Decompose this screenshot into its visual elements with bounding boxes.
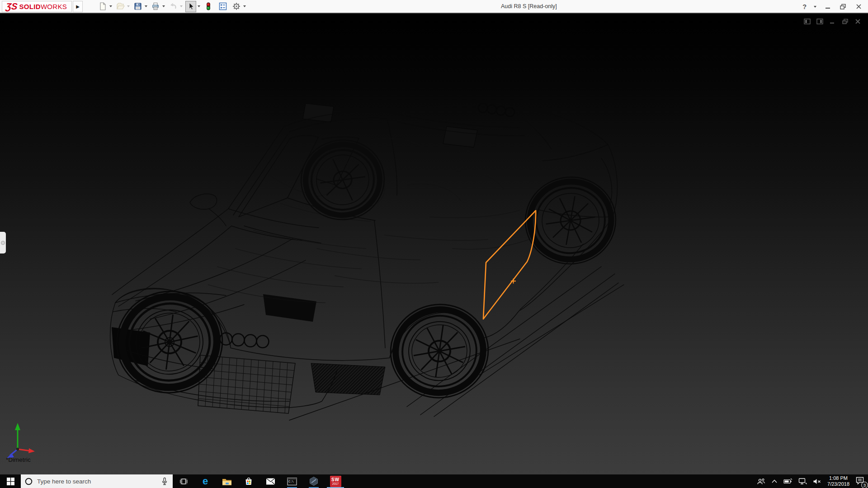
taskbar-clock[interactable]: 1:08 PM 7/23/2018 xyxy=(827,475,849,487)
microsoft-store-button[interactable] xyxy=(238,474,259,488)
expand-arrow-icon: ▶ xyxy=(76,4,80,9)
volume-muted-icon[interactable] xyxy=(813,478,821,485)
microphone-icon[interactable] xyxy=(160,477,169,485)
audi-rings-front-icon xyxy=(220,333,269,348)
wheel-front-right xyxy=(296,135,390,225)
wireframe-car-model[interactable] xyxy=(0,14,868,474)
edge-icon: e xyxy=(203,476,208,486)
doc-minimize-icon xyxy=(830,19,835,24)
sw-icon-text: SW xyxy=(331,477,340,482)
start-button[interactable] xyxy=(0,474,21,488)
restore-button[interactable] xyxy=(839,2,847,11)
mail-button[interactable] xyxy=(259,474,281,488)
select-button[interactable] xyxy=(185,1,196,12)
notification-badge: 3 xyxy=(861,482,868,488)
taskbar-search[interactable] xyxy=(21,474,173,488)
brand-solid: SOLID xyxy=(19,3,41,10)
close-button[interactable] xyxy=(854,2,863,11)
select-dropdown[interactable] xyxy=(198,5,200,7)
open-file-icon xyxy=(116,2,125,11)
windows-logo-icon xyxy=(7,478,14,485)
help-dropdown[interactable] xyxy=(814,6,816,8)
pane-left-button[interactable] xyxy=(803,18,811,25)
cmd-prompt-text: C:\ xyxy=(288,480,294,483)
microsoft-store-icon xyxy=(244,477,253,486)
minimize-icon xyxy=(825,4,831,9)
window-controls: ? xyxy=(802,0,863,13)
help-button[interactable]: ? xyxy=(802,3,807,10)
doc-minimize-button[interactable] xyxy=(829,18,836,25)
undo-icon xyxy=(169,2,178,11)
hexagon-app-icon xyxy=(309,476,319,486)
task-view-icon xyxy=(179,477,188,485)
open-file-button[interactable] xyxy=(115,1,126,12)
print-icon xyxy=(151,2,160,11)
edge-button[interactable]: e xyxy=(194,474,216,488)
car-dark-fills xyxy=(112,103,477,395)
battery-icon[interactable] xyxy=(783,478,793,484)
close-icon xyxy=(856,4,862,9)
file-explorer-icon xyxy=(222,477,232,486)
solidworks-logo-text: SOLIDWORKS xyxy=(19,3,67,10)
restore-icon xyxy=(840,4,846,9)
wheel-rear-right xyxy=(520,171,622,270)
pane-right-icon xyxy=(816,18,824,25)
rebuild-stoplight-icon xyxy=(204,2,213,11)
x-axis-icon xyxy=(28,448,35,453)
brand-works: WORKS xyxy=(41,3,67,10)
task-pane-icon xyxy=(218,2,227,11)
rebuild-button[interactable] xyxy=(203,1,214,12)
menu-expand-arrow-button[interactable]: ▶ xyxy=(73,1,83,12)
undo-button[interactable] xyxy=(168,1,179,12)
solidworks-taskbar-button[interactable]: SW 2017 xyxy=(325,474,346,488)
solidworks-logo[interactable]: ƷS SOLIDWORKS xyxy=(2,1,72,12)
pane-left-icon xyxy=(804,18,811,25)
solidworks-app-icon: SW 2017 xyxy=(330,476,341,487)
action-center-button[interactable]: 3 xyxy=(855,476,864,487)
cortana-icon xyxy=(25,478,33,485)
doc-close-button[interactable] xyxy=(854,18,862,25)
doc-restore-icon xyxy=(842,19,849,24)
new-document-icon xyxy=(98,2,107,11)
standard-toolbar xyxy=(97,0,249,13)
solidworks-logo-mark-icon: ƷS xyxy=(5,2,18,11)
search-input[interactable] xyxy=(37,478,132,485)
doc-close-icon xyxy=(855,19,861,24)
windows-taskbar: e xyxy=(0,474,868,488)
taskbar-apps: e xyxy=(173,474,346,488)
options-gear-icon xyxy=(232,2,241,11)
open-file-dropdown[interactable] xyxy=(127,5,130,7)
clock-time: 1:08 PM xyxy=(827,475,849,481)
sw-icon-year: 2017 xyxy=(332,482,339,485)
people-icon[interactable] xyxy=(757,478,765,485)
y-axis-icon xyxy=(15,423,20,430)
command-prompt-icon: C:\ xyxy=(287,477,297,486)
featuremanager-collapsed-tab[interactable] xyxy=(0,232,6,253)
mail-icon xyxy=(266,478,275,485)
new-document-dropdown[interactable] xyxy=(109,5,112,7)
minimize-button[interactable] xyxy=(824,2,832,11)
view-orientation-label: *Dimetric xyxy=(6,456,31,463)
options-button[interactable] xyxy=(231,1,242,12)
file-explorer-button[interactable] xyxy=(216,474,238,488)
save-dropdown[interactable] xyxy=(145,5,147,7)
print-dropdown[interactable] xyxy=(162,5,165,7)
doc-restore-button[interactable] xyxy=(841,18,849,25)
print-button[interactable] xyxy=(150,1,161,12)
network-icon[interactable] xyxy=(798,478,807,485)
document-window-controls xyxy=(803,18,862,25)
composer-button[interactable] xyxy=(303,474,325,488)
task-view-button[interactable] xyxy=(173,474,194,488)
tray-expand-chevron-icon[interactable] xyxy=(771,479,778,483)
graphics-viewport[interactable]: *Dimetric xyxy=(0,14,868,474)
undo-dropdown[interactable] xyxy=(180,5,183,7)
pane-right-button[interactable] xyxy=(816,18,824,25)
command-prompt-button[interactable]: C:\ xyxy=(281,474,303,488)
task-pane-button[interactable] xyxy=(217,1,228,12)
window-title: Audi R8 S [Read-only] xyxy=(501,0,557,13)
new-document-button[interactable] xyxy=(97,1,108,12)
save-button[interactable] xyxy=(132,1,143,12)
options-dropdown[interactable] xyxy=(243,5,246,7)
clock-date: 7/23/2018 xyxy=(827,481,849,487)
system-tray: 1:08 PM 7/23/2018 3 xyxy=(757,474,868,488)
